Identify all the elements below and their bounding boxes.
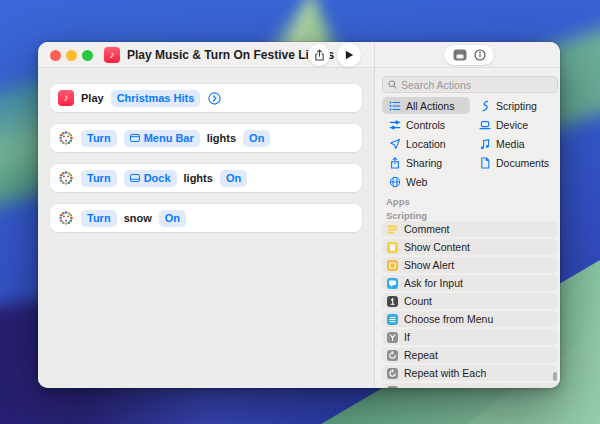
action-card-dock-lights[interactable]: Turn Dock lights On xyxy=(50,164,362,192)
category-media[interactable]: Media xyxy=(472,135,560,152)
scrollbar-thumb[interactable] xyxy=(553,372,557,381)
verb-token[interactable]: Turn xyxy=(81,130,117,147)
list-item-if[interactable]: If xyxy=(382,329,558,345)
category-device[interactable]: Device xyxy=(472,116,560,133)
shortcut-canvas: ♪ Play Christmas Hits xyxy=(38,68,374,388)
apps-section-header: Apps xyxy=(386,196,410,207)
repeat-icon xyxy=(387,350,398,361)
category-sharing[interactable]: Sharing xyxy=(382,154,470,171)
document-icon xyxy=(478,157,491,169)
list-item-show-alert[interactable]: Show Alert xyxy=(382,257,558,273)
target-token[interactable]: Menu Bar xyxy=(124,130,200,147)
target-label: Dock xyxy=(144,173,171,184)
search-icon xyxy=(388,80,397,89)
list-icon xyxy=(388,100,401,112)
panel-toggle-group xyxy=(444,45,494,65)
close-button[interactable] xyxy=(50,50,61,61)
chevron-right-circle-icon[interactable] xyxy=(208,92,221,105)
apple-music-icon: ♪ xyxy=(104,47,120,63)
media-note-icon xyxy=(478,138,491,150)
verb-token[interactable]: Turn xyxy=(81,170,117,187)
apple-music-icon: ♪ xyxy=(58,90,74,106)
show-alert-icon xyxy=(387,260,398,271)
desktop: ♪ Play Music & Turn On Festive Lights xyxy=(0,0,600,424)
share-icon xyxy=(313,49,326,62)
festive-lights-icon xyxy=(58,170,74,186)
choose-from-menu-icon xyxy=(387,314,398,325)
ask-for-input-icon xyxy=(387,278,398,289)
scripting-section-header: Scripting xyxy=(386,210,427,221)
list-item-ask-for-input[interactable]: Ask for Input xyxy=(382,275,558,291)
comment-icon xyxy=(387,224,398,235)
playlist-token[interactable]: Christmas Hits xyxy=(111,90,201,107)
list-item-comment[interactable]: Comment xyxy=(382,221,558,237)
repeat-with-each-icon xyxy=(387,368,398,379)
zoom-button[interactable] xyxy=(82,50,93,61)
location-icon xyxy=(388,138,401,150)
if-icon xyxy=(387,332,398,343)
action-card-menu-bar-lights[interactable]: Turn Menu Bar lights On xyxy=(50,124,362,152)
controls-icon xyxy=(388,119,401,131)
state-token[interactable]: On xyxy=(243,130,270,147)
category-scripting[interactable]: Scripting xyxy=(472,97,560,114)
info-button[interactable] xyxy=(474,49,486,61)
scripting-actions-list: Comment Show Content Show Alert xyxy=(382,221,558,388)
minimize-button[interactable] xyxy=(66,50,77,61)
action-library-panel: All Actions Scripting Controls xyxy=(375,68,560,388)
category-all-actions[interactable]: All Actions xyxy=(382,97,470,114)
list-item-count[interactable]: Count xyxy=(382,293,558,309)
list-item-repeat-with-each[interactable]: Repeat with Each xyxy=(382,365,558,381)
category-documents[interactable]: Documents xyxy=(472,154,560,171)
list-item-repeat[interactable]: Repeat xyxy=(382,347,558,363)
list-item-choose-from-menu[interactable]: Choose from Menu xyxy=(382,311,558,327)
festive-lights-icon xyxy=(58,130,74,146)
window-title: Play Music & Turn On Festive Lights xyxy=(127,42,334,68)
verb-token[interactable]: Turn xyxy=(81,210,117,227)
target-token[interactable]: Dock xyxy=(124,170,177,187)
show-content-icon xyxy=(387,242,398,253)
action-library-button[interactable] xyxy=(453,49,467,61)
category-grid: All Actions Scripting Controls xyxy=(382,97,560,190)
scripting-icon xyxy=(478,100,491,112)
list-item-show-content[interactable]: Show Content xyxy=(382,239,558,255)
dock-icon xyxy=(130,174,140,182)
search-input[interactable] xyxy=(401,79,552,91)
category-controls[interactable]: Controls xyxy=(382,116,470,133)
list-item-partial[interactable] xyxy=(382,383,558,388)
search-field[interactable] xyxy=(382,76,558,93)
shortcuts-window: ♪ Play Music & Turn On Festive Lights xyxy=(38,42,560,388)
noun-label: lights xyxy=(207,133,236,144)
action-verb: Play xyxy=(81,93,104,104)
globe-icon xyxy=(388,176,401,188)
state-token[interactable]: On xyxy=(159,210,186,227)
category-location[interactable]: Location xyxy=(382,135,470,152)
action-card-snow[interactable]: Turn snow On xyxy=(50,204,362,232)
state-token[interactable]: On xyxy=(220,170,247,187)
festive-lights-icon xyxy=(58,210,74,226)
action-card-play-music[interactable]: ♪ Play Christmas Hits xyxy=(50,84,362,112)
count-icon xyxy=(387,296,398,307)
noun-label: snow xyxy=(124,213,152,224)
play-icon xyxy=(344,50,354,60)
share-button[interactable] xyxy=(308,44,330,66)
device-icon xyxy=(478,119,491,131)
menu-bar-icon xyxy=(130,134,140,142)
target-label: Menu Bar xyxy=(144,133,194,144)
titlebar: ♪ Play Music & Turn On Festive Lights xyxy=(38,42,560,68)
panel-divider xyxy=(374,42,375,388)
sharing-icon xyxy=(388,157,401,169)
noun-label: lights xyxy=(184,173,213,184)
run-shortcut-button[interactable] xyxy=(337,43,361,67)
clipped-action-icon xyxy=(387,386,398,389)
category-web[interactable]: Web xyxy=(382,173,470,190)
